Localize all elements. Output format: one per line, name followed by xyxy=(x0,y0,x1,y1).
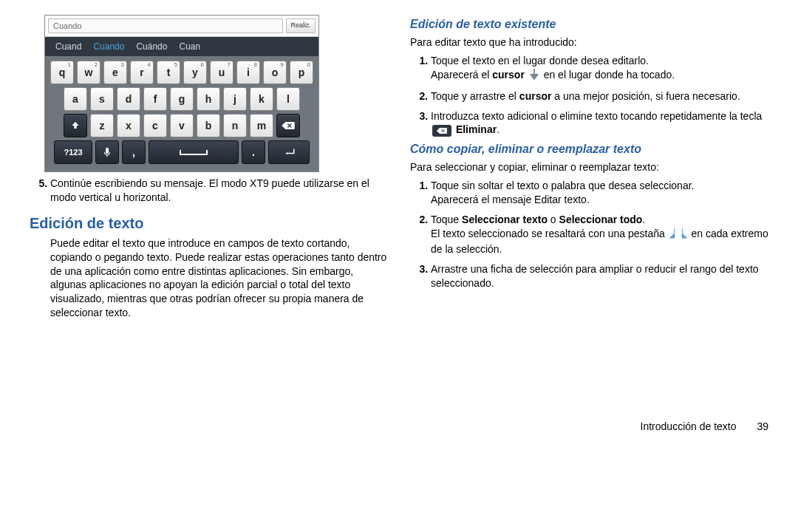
key-a[interactable]: a xyxy=(64,87,87,111)
mic-key[interactable] xyxy=(95,140,119,164)
copiar-step-2: Toque Seleccionar texto o Seleccionar to… xyxy=(431,213,768,256)
symbols-key[interactable]: ?123 xyxy=(54,140,92,164)
enter-key[interactable] xyxy=(268,140,310,164)
key-b[interactable]: b xyxy=(197,114,220,137)
key-i[interactable]: i8 xyxy=(236,61,260,84)
key-k[interactable]: k xyxy=(250,87,273,111)
key-v[interactable]: v xyxy=(170,114,194,137)
key-d[interactable]: d xyxy=(117,87,140,111)
cursor-icon xyxy=(529,68,539,83)
comma-key[interactable]: , xyxy=(122,140,146,164)
heading-edicion: Edición de texto xyxy=(30,215,388,232)
key-r[interactable]: r4 xyxy=(130,61,154,84)
heading-edicion-existente: Edición de texto existente xyxy=(410,18,768,31)
key-n[interactable]: n xyxy=(223,114,247,137)
key-p[interactable]: p0 xyxy=(290,61,313,84)
key-s[interactable]: s xyxy=(90,87,114,111)
keyboard-screenshot: Cuando Realiz. Cuand Cuando Cuándo Cuan … xyxy=(44,15,319,172)
key-h[interactable]: h xyxy=(197,87,220,111)
period-key[interactable]: . xyxy=(242,140,265,164)
selection-handle-right-icon xyxy=(681,227,688,242)
svg-rect-0 xyxy=(106,148,109,154)
copiar-step-1: Toque sin soltar el texto o palabra que … xyxy=(431,179,768,207)
backspace-icon xyxy=(432,125,451,137)
kb-sugg-1[interactable]: Cuand xyxy=(55,41,81,52)
key-e[interactable]: e3 xyxy=(103,61,127,84)
key-c[interactable]: c xyxy=(143,114,167,137)
intro-copiar: Para seleccionar y copiar, eliminar o re… xyxy=(410,160,768,174)
kb-text-input[interactable]: Cuando xyxy=(48,18,283,33)
selection-handle-left-icon xyxy=(669,227,676,242)
key-g[interactable]: g xyxy=(170,87,194,111)
intro-existente: Para editar texto que ha introducido: xyxy=(410,35,768,50)
existente-step-3: Introduzca texto adicional o elimine tex… xyxy=(431,109,768,137)
key-w[interactable]: w2 xyxy=(77,61,100,84)
key-u[interactable]: u7 xyxy=(210,61,233,84)
kb-sugg-2[interactable]: Cuando xyxy=(93,41,124,52)
key-t[interactable]: t5 xyxy=(157,61,180,84)
key-l[interactable]: l xyxy=(276,87,300,111)
page-footer: Introducción de texto 39 xyxy=(30,420,776,432)
step-5: Continúe escribiendo su mensaje. El modo… xyxy=(50,177,388,205)
key-j[interactable]: j xyxy=(223,87,247,111)
kb-sugg-4[interactable]: Cuan xyxy=(179,41,200,52)
key-x[interactable]: x xyxy=(117,114,140,137)
existente-step-2: Toque y arrastre el cursor a una mejor p… xyxy=(431,89,768,103)
heading-copiar: Cómo copiar, eliminar o reemplazar texto xyxy=(410,143,768,156)
space-key[interactable] xyxy=(149,140,239,164)
kb-suggestion-bar: Cuand Cuando Cuándo Cuan xyxy=(45,37,318,56)
shift-key[interactable] xyxy=(64,114,87,137)
key-y[interactable]: y6 xyxy=(183,61,207,84)
edicion-paragraph: Puede editar el texto que introduce en c… xyxy=(30,236,388,320)
copiar-step-3: Arrastre una ficha de selección para amp… xyxy=(431,262,768,290)
key-m[interactable]: m xyxy=(250,114,273,137)
kb-sugg-3[interactable]: Cuándo xyxy=(136,41,167,52)
key-o[interactable]: o9 xyxy=(263,61,287,84)
key-z[interactable]: z xyxy=(90,114,114,137)
footer-section: Introducción de texto xyxy=(641,420,737,432)
page-number: 39 xyxy=(757,420,768,432)
key-f[interactable]: f xyxy=(143,87,167,111)
existente-step-1: Toque el texto en el lugar donde desea e… xyxy=(431,54,768,83)
backspace-key[interactable] xyxy=(276,114,300,137)
kb-done-button[interactable]: Realiz. xyxy=(286,18,316,33)
key-q[interactable]: q1 xyxy=(50,61,74,84)
